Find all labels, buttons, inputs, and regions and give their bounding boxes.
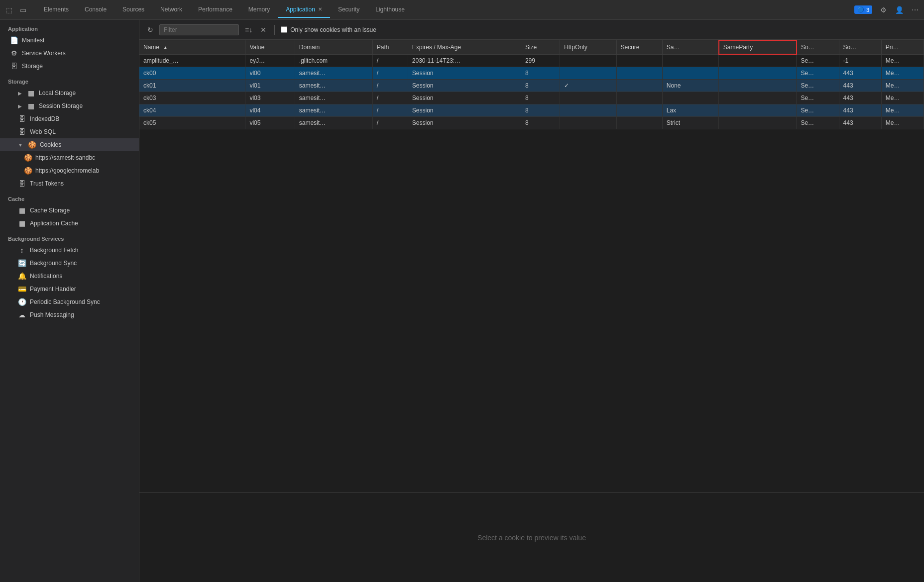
sidebar-item-application-cache[interactable]: ▦ Application Cache: [0, 217, 139, 230]
tabs-container: Elements Console Sources Network Perform…: [36, 2, 854, 18]
tab-console[interactable]: Console: [77, 2, 115, 18]
sidebar-item-session-storage[interactable]: ▶ ▦ Session Storage: [0, 99, 139, 112]
cell-name: ck01: [139, 79, 245, 92]
sidebar-item-storage[interactable]: 🗄 Storage: [0, 60, 139, 73]
sidebar-item-payment-handler[interactable]: 💳 Payment Handler: [0, 283, 139, 295]
sidebar-item-service-workers[interactable]: ⚙ Service Workers: [0, 47, 139, 60]
cell-source1: Se…: [797, 92, 839, 104]
refresh-button[interactable]: ↻: [145, 24, 155, 36]
sidebar-item-manifest[interactable]: 📄 Manifest: [0, 34, 139, 47]
application-cache-icon: ▦: [18, 219, 26, 227]
sidebar-item-cookie-samesite[interactable]: 🍪 https://samesit-sandbc: [0, 151, 139, 164]
cell-sameparty: [719, 104, 797, 116]
table-row[interactable]: ck04vl04samesit…/Session8LaxSe…443Me…: [139, 104, 924, 116]
filter-options-icon[interactable]: ≡↓: [243, 24, 254, 36]
col-header-source2[interactable]: So…: [839, 40, 881, 54]
filter-input[interactable]: [159, 24, 239, 35]
table-row[interactable]: ck03vl03samesit…/Session8Se…443Me…: [139, 92, 924, 104]
cell-secure: [616, 92, 662, 104]
user-icon[interactable]: 👤: [894, 5, 904, 15]
sidebar-item-cookie-google[interactable]: 🍪 https://googlechromelab: [0, 164, 139, 177]
tab-application[interactable]: Application ✕: [278, 2, 330, 18]
show-issues-checkbox[interactable]: [281, 26, 287, 33]
table-row[interactable]: ck00vl00samesit…/Session8Se…443Me…: [139, 67, 924, 79]
col-header-path[interactable]: Path: [372, 40, 408, 54]
col-header-value[interactable]: Value: [245, 40, 295, 54]
device-icon[interactable]: ▭: [18, 5, 28, 15]
settings-icon[interactable]: ⚙: [878, 5, 888, 15]
sidebar-section-bg-services: Background Services: [0, 230, 139, 244]
col-header-size[interactable]: Size: [521, 40, 560, 54]
col-samesite-label: Sa…: [667, 44, 680, 51]
cookie-preview-area: Select a cookie to preview its value: [139, 492, 924, 582]
cell-source1: Se…: [797, 104, 839, 116]
table-row[interactable]: ck05vl05samesit…/Session8StrictSe…443Me…: [139, 116, 924, 129]
show-issues-checkbox-label[interactable]: Only show cookies with an issue: [281, 26, 376, 33]
sidebar-section-application: Application: [0, 20, 139, 34]
sidebar-item-cookies[interactable]: ▼ 🍪 Cookies: [0, 138, 139, 151]
tab-sources[interactable]: Sources: [115, 2, 152, 18]
bg-fetch-icon: ↕: [18, 246, 26, 254]
tab-network[interactable]: Network: [152, 2, 190, 18]
show-issues-label: Only show cookies with an issue: [290, 26, 376, 33]
cell-value: vl00: [245, 67, 295, 79]
sidebar-item-local-storage[interactable]: ▶ ▦ Local Storage: [0, 87, 139, 99]
col-header-source1[interactable]: So…: [797, 40, 839, 54]
sidebar-item-bg-sync[interactable]: 🔄 Background Sync: [0, 257, 139, 270]
sidebar-item-trust-tokens[interactable]: 🗄 Trust Tokens: [0, 177, 139, 190]
cookie-google-icon: 🍪: [24, 167, 32, 175]
error-badge[interactable]: 🔵 3: [854, 5, 872, 14]
application-cache-label: Application Cache: [30, 220, 78, 227]
tab-performance[interactable]: Performance: [190, 2, 240, 18]
cell-samesite: None: [662, 79, 719, 92]
cookie-table-container: Name ▲ Value Domain Path E: [139, 40, 924, 492]
more-icon[interactable]: ⋯: [910, 5, 920, 15]
col-header-httponly[interactable]: HttpOnly: [560, 40, 616, 54]
tab-memory[interactable]: Memory: [240, 2, 278, 18]
col-header-domain[interactable]: Domain: [295, 40, 372, 54]
sidebar-item-web-sql[interactable]: 🗄 Web SQL: [0, 125, 139, 138]
col-header-secure[interactable]: Secure: [616, 40, 662, 54]
cell-priority: Me…: [881, 104, 924, 116]
cell-name: amplitude_…: [139, 54, 245, 67]
sidebar-item-push-messaging[interactable]: ☁ Push Messaging: [0, 308, 139, 321]
cell-secure: [616, 54, 662, 67]
local-storage-icon: ▦: [27, 89, 35, 97]
cell-domain: samesit…: [295, 79, 372, 92]
websql-label: Web SQL: [30, 128, 56, 135]
sidebar-item-cache-storage[interactable]: ▦ Cache Storage: [0, 204, 139, 217]
col-source1-label: So…: [801, 44, 814, 51]
table-row[interactable]: amplitude_…eyJ….glitch.com/2030-11-14T23…: [139, 54, 924, 67]
sidebar-item-notifications[interactable]: 🔔 Notifications: [0, 270, 139, 283]
col-header-priority[interactable]: Pri…: [881, 40, 924, 54]
col-httponly-label: HttpOnly: [564, 44, 587, 51]
col-source2-label: So…: [843, 44, 857, 51]
sidebar: Application 📄 Manifest ⚙ Service Workers…: [0, 20, 139, 582]
col-secure-label: Secure: [621, 44, 640, 51]
cell-value: vl03: [245, 92, 295, 104]
col-domain-label: Domain: [299, 44, 320, 51]
col-header-expires[interactable]: Expires / Max-Age: [408, 40, 521, 54]
tab-security[interactable]: Security: [330, 2, 367, 18]
tab-elements[interactable]: Elements: [36, 2, 77, 18]
table-row[interactable]: ck01vl01samesit…/Session8✓NoneSe…443Me…: [139, 79, 924, 92]
cell-source2: 443: [839, 116, 881, 129]
col-header-sameparty[interactable]: SameParty: [719, 40, 797, 54]
col-header-name[interactable]: Name ▲: [139, 40, 245, 54]
tab-bar: ⬚ ▭ Elements Console Sources Network Per…: [0, 0, 924, 20]
clear-filter-button[interactable]: ✕: [258, 24, 268, 36]
periodic-bg-sync-label: Periodic Background Sync: [30, 298, 100, 305]
sidebar-item-indexeddb[interactable]: 🗄 IndexedDB: [0, 112, 139, 125]
cursor-icon[interactable]: ⬚: [4, 5, 14, 15]
col-header-samesite[interactable]: Sa…: [662, 40, 719, 54]
cell-size: 8: [521, 67, 560, 79]
sidebar-section-storage: Storage: [0, 73, 139, 87]
notifications-label: Notifications: [30, 273, 62, 280]
periodic-bg-sync-icon: 🕐: [18, 298, 26, 306]
close-tab-icon[interactable]: ✕: [318, 6, 322, 12]
cell-priority: Me…: [881, 92, 924, 104]
sidebar-item-bg-fetch[interactable]: ↕ Background Fetch: [0, 244, 139, 257]
tab-bar-actions: 🔵 3 ⚙ 👤 ⋯: [854, 5, 920, 15]
sidebar-item-periodic-bg-sync[interactable]: 🕐 Periodic Background Sync: [0, 295, 139, 308]
tab-lighthouse[interactable]: Lighthouse: [367, 2, 413, 18]
